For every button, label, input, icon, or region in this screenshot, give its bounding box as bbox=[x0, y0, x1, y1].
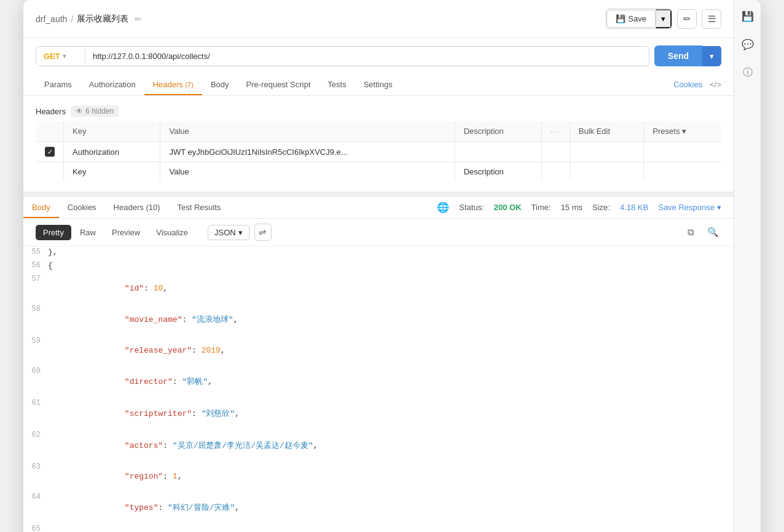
line-content-60: "director": "郭帆", bbox=[48, 366, 734, 397]
status-label: Status: bbox=[459, 203, 484, 212]
save-button[interactable]: 💾 Save bbox=[606, 10, 656, 28]
tabs-right: Cookies </> bbox=[673, 80, 721, 89]
copy-icon: ⧉ bbox=[688, 227, 694, 238]
header-value-authorization[interactable]: JWT eyJhbGciOiJIUzI1NiIsInR5cCI6IkpXVCJ9… bbox=[160, 142, 455, 162]
hidden-badge: 👁 6 hidden bbox=[71, 106, 119, 117]
method-chevron: ▾ bbox=[63, 52, 66, 60]
breadcrumb: drf_auth / 展示收藏列表 ✏ bbox=[36, 14, 601, 25]
method-select[interactable]: GET ▾ bbox=[36, 47, 85, 66]
send-button[interactable]: Send bbox=[654, 45, 702, 66]
response-tabs-row: Body Cookies Headers (10) Test Results 🌐… bbox=[23, 197, 734, 219]
format-tab-pretty[interactable]: Pretty bbox=[36, 225, 71, 240]
line-num-59: 59 bbox=[23, 335, 48, 345]
line-content-59: "release_year": 2019, bbox=[48, 335, 734, 366]
eye-icon: 👁 bbox=[76, 107, 83, 115]
line-num-63: 63 bbox=[23, 461, 48, 471]
code-toggle[interactable]: </> bbox=[710, 80, 721, 89]
cookies-link[interactable]: Cookies bbox=[673, 80, 702, 89]
tab-authorization[interactable]: Authorization bbox=[80, 74, 144, 95]
search-icon: 🔍 bbox=[707, 227, 719, 238]
format-tab-visualize[interactable]: Visualize bbox=[149, 225, 195, 240]
breadcrumb-current: 展示收藏列表 bbox=[77, 14, 128, 25]
size-label: Size: bbox=[592, 203, 610, 212]
url-container: GET ▾ bbox=[36, 46, 649, 66]
filter-icon: ⇌ bbox=[259, 227, 267, 238]
format-tab-raw[interactable]: Raw bbox=[73, 225, 103, 240]
format-right: ⧉ 🔍 bbox=[682, 224, 721, 241]
line-num-61: 61 bbox=[23, 397, 48, 407]
pen-icon: ✏ bbox=[683, 14, 691, 25]
sidebar-info-icon[interactable]: ⓘ bbox=[739, 64, 756, 81]
save-dropdown-button[interactable]: ▾ bbox=[656, 9, 672, 28]
edit-icon[interactable]: ✏ bbox=[135, 14, 142, 24]
request-tabs-bar: Params Authorization Headers (7) Body Pr… bbox=[23, 74, 734, 96]
header-dots-empty bbox=[541, 162, 570, 182]
url-input[interactable] bbox=[85, 47, 649, 66]
code-line-56: 56 { bbox=[23, 260, 734, 273]
code-line-65: 65 "language": "汉语普通话 / 英语 / 俄语 / 法语 / 日… bbox=[23, 523, 734, 532]
save-response-button[interactable]: Save Response ▾ bbox=[658, 203, 721, 212]
save-label: Save bbox=[628, 14, 646, 23]
tab-settings[interactable]: Settings bbox=[355, 74, 401, 95]
status-code: 200 OK bbox=[494, 203, 522, 212]
format-tab-preview[interactable]: Preview bbox=[104, 225, 147, 240]
send-dropdown-button[interactable]: ▾ bbox=[702, 46, 721, 66]
header-description-empty[interactable]: Description bbox=[455, 162, 541, 182]
comment-icon: 💬 bbox=[742, 39, 754, 50]
save-button-group: 💾 Save ▾ bbox=[606, 9, 672, 29]
format-tabs: Pretty Raw Preview Visualize bbox=[36, 225, 195, 240]
th-presets[interactable]: Presets ▾ bbox=[644, 121, 721, 142]
main-content: drf_auth / 展示收藏列表 ✏ 💾 Save ▾ ✏ bbox=[23, 0, 734, 532]
save-response-chevron: ▾ bbox=[717, 203, 721, 212]
app-window: drf_auth / 展示收藏列表 ✏ 💾 Save ▾ ✏ bbox=[23, 0, 761, 532]
code-area[interactable]: 55 }, 56 { 57 "id": 10, 58 "mov bbox=[23, 246, 734, 532]
response-tab-body[interactable]: Body bbox=[23, 197, 59, 218]
header-key-authorization[interactable]: Authorization bbox=[64, 142, 160, 162]
header-checkbox-authorization[interactable]: ✓ bbox=[36, 142, 64, 162]
th-bulk-edit[interactable]: Bulk Edit bbox=[570, 121, 644, 142]
tab-params[interactable]: Params bbox=[36, 74, 80, 95]
header-row-authorization: ✓ Authorization JWT eyJhbGciOiJIUzI1NiIs… bbox=[36, 142, 721, 162]
headers-section: Headers 👁 6 hidden bbox=[23, 96, 734, 120]
header-checkbox-empty[interactable] bbox=[36, 162, 64, 182]
code-line-59: 59 "release_year": 2019, bbox=[23, 335, 734, 366]
method-label: GET bbox=[44, 52, 60, 61]
right-sidebar: 💾 💬 ⓘ bbox=[734, 0, 761, 532]
code-line-63: 63 "region": 1, bbox=[23, 461, 734, 491]
format-select[interactable]: JSON ▾ bbox=[208, 225, 249, 240]
line-num-64: 64 bbox=[23, 491, 48, 501]
response-tab-headers[interactable]: Headers (10) bbox=[105, 197, 169, 218]
titlebar: drf_auth / 展示收藏列表 ✏ 💾 Save ▾ ✏ bbox=[23, 0, 734, 38]
tab-tests[interactable]: Tests bbox=[319, 74, 355, 95]
urlbar: GET ▾ Send ▾ bbox=[23, 38, 734, 74]
header-description-authorization[interactable] bbox=[455, 142, 541, 162]
sidebar-save-icon[interactable]: 💾 bbox=[739, 7, 756, 25]
format-filter-button[interactable]: ⇌ bbox=[254, 224, 272, 241]
pen-button[interactable]: ✏ bbox=[677, 9, 697, 29]
time-value: 15 ms bbox=[561, 203, 582, 212]
response-tab-cookies[interactable]: Cookies bbox=[59, 197, 105, 218]
globe-icon: 🌐 bbox=[437, 201, 449, 213]
breadcrumb-parent[interactable]: drf_auth bbox=[36, 14, 67, 24]
sidebar-comment-icon[interactable]: 💬 bbox=[739, 36, 756, 53]
line-content-55: }, bbox=[48, 246, 734, 258]
copy-button[interactable]: ⧉ bbox=[682, 224, 699, 241]
th-value: Value bbox=[160, 121, 455, 142]
code-line-57: 57 "id": 10, bbox=[23, 273, 734, 303]
code-line-64: 64 "types": "科幻/冒险/灾难", bbox=[23, 491, 734, 523]
response-tab-test-results[interactable]: Test Results bbox=[169, 197, 230, 218]
info-icon: ⓘ bbox=[743, 66, 753, 79]
section-divider bbox=[23, 192, 734, 197]
format-bar: Pretty Raw Preview Visualize JSON ▾ ⇌ ⧉ bbox=[23, 219, 734, 246]
header-bulk-empty bbox=[570, 162, 644, 182]
tab-headers[interactable]: Headers (7) bbox=[144, 74, 202, 95]
header-dots-authorization bbox=[541, 142, 570, 162]
tab-prerequest[interactable]: Pre-request Script bbox=[238, 74, 319, 95]
tab-body[interactable]: Body bbox=[202, 74, 238, 95]
header-value-empty[interactable]: Value bbox=[160, 162, 455, 182]
header-key-empty[interactable]: Key bbox=[64, 162, 160, 182]
note-button[interactable]: ☰ bbox=[702, 9, 721, 29]
line-content-61: "scriptwriter": "刘慈欣", bbox=[48, 397, 734, 429]
headers-label: Headers 👁 6 hidden bbox=[36, 102, 721, 120]
search-button[interactable]: 🔍 bbox=[704, 224, 721, 241]
